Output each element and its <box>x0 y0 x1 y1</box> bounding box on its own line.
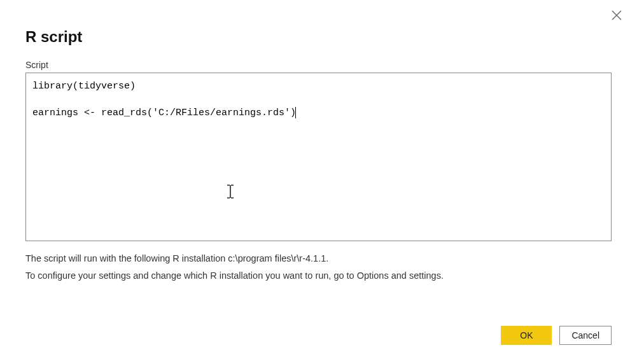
close-button[interactable] <box>608 6 626 24</box>
script-content: library(tidyverse) earnings <- read_rds(… <box>32 81 296 118</box>
button-row: OK Cancel <box>501 326 612 345</box>
info-line-2: To configure your settings and change wh… <box>25 267 612 284</box>
info-line-1: The script will run with the following R… <box>25 250 612 267</box>
dialog-title: R script <box>25 28 612 46</box>
ok-button[interactable]: OK <box>501 326 552 345</box>
text-caret <box>295 107 296 118</box>
info-text: The script will run with the following R… <box>25 250 612 284</box>
r-script-dialog: R script Script library(tidyverse) earni… <box>0 0 637 364</box>
script-label: Script <box>25 60 612 70</box>
cancel-button[interactable]: Cancel <box>559 326 612 345</box>
close-icon <box>612 10 622 20</box>
script-input[interactable]: library(tidyverse) earnings <- read_rds(… <box>25 73 612 241</box>
